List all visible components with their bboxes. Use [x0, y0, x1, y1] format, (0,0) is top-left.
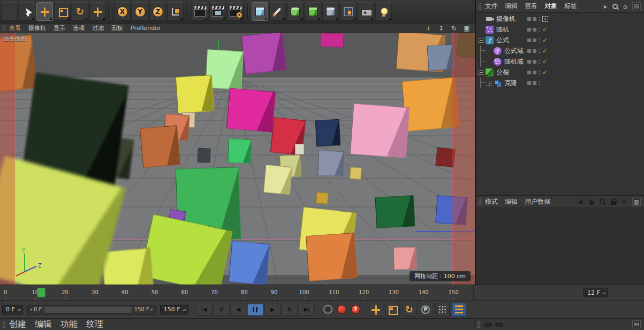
- rotate-view-icon[interactable]: ↻: [450, 25, 458, 32]
- viewport-cube[interactable]: [0, 35, 37, 92]
- object-name[interactable]: 随机域: [504, 57, 524, 66]
- coordinate-system-button[interactable]: [167, 2, 184, 21]
- history-back-icon[interactable]: ◀: [578, 198, 582, 205]
- move-quick-button[interactable]: [369, 303, 383, 317]
- record-keyframe-button[interactable]: [323, 305, 332, 314]
- generators-button[interactable]: [305, 2, 321, 21]
- drag-grip[interactable]: [477, 321, 481, 328]
- render-picture-viewer-button[interactable]: [209, 2, 226, 21]
- deformers-button[interactable]: [322, 2, 339, 21]
- render-settings-button[interactable]: [227, 2, 244, 21]
- viewport-cube[interactable]: [226, 88, 276, 132]
- autokeying-button[interactable]: [337, 305, 346, 314]
- attr-menu-用户数据[interactable]: 用户数据: [525, 197, 550, 206]
- editor-visibility-toggle[interactable]: [527, 39, 531, 42]
- editor-visibility-toggle[interactable]: [527, 60, 531, 64]
- object-name[interactable]: 克隆: [504, 79, 517, 88]
- render-visibility-toggle[interactable]: [533, 39, 536, 42]
- collapse-icon[interactable]: −: [479, 70, 483, 75]
- camera-tool-button[interactable]: [358, 2, 374, 21]
- editor-visibility-toggle[interactable]: [527, 81, 531, 85]
- viewport-cube[interactable]: [435, 147, 455, 167]
- viewport-cube[interactable]: [393, 247, 416, 270]
- coord-p-button[interactable]: P: [419, 303, 433, 317]
- end-frame-field[interactable]: 150 F ▴▾: [160, 305, 188, 314]
- viewport-cube[interactable]: [375, 195, 415, 228]
- timeline-ruler[interactable]: 0102030405060708090100110120130140150: [0, 285, 474, 301]
- object-name[interactable]: 随机: [496, 25, 509, 34]
- start-frame-field[interactable]: 0 F ▴▾: [2, 305, 23, 314]
- material-menu-纹理[interactable]: 纹理: [86, 319, 103, 330]
- material-menu-功能[interactable]: 功能: [60, 319, 78, 330]
- viewport-cube[interactable]: [306, 233, 358, 281]
- lock-icon[interactable]: [611, 198, 616, 205]
- drag-grip[interactable]: [478, 198, 482, 205]
- previous-frame-button[interactable]: ◀: [230, 304, 246, 316]
- search-icon[interactable]: [599, 198, 605, 205]
- viewport-cube[interactable]: [229, 241, 270, 285]
- render-visibility-toggle[interactable]: [533, 28, 536, 32]
- pan-view-icon[interactable]: +: [425, 25, 432, 32]
- rotate-quick-button[interactable]: [402, 303, 416, 317]
- lock-z-axis-button[interactable]: Z: [149, 2, 166, 21]
- visibility-dots[interactable]: [539, 28, 540, 32]
- om-menu-对象[interactable]: 对象: [544, 2, 557, 11]
- viewport-cube[interactable]: [197, 148, 210, 163]
- editor-visibility-toggle[interactable]: [527, 17, 531, 21]
- viewport-cube[interactable]: [427, 44, 455, 71]
- search-icon[interactable]: [612, 3, 618, 10]
- visibility-dots[interactable]: [539, 60, 540, 64]
- object-row-摄像机[interactable]: 摄像机: [476, 13, 644, 24]
- render-view-button[interactable]: [192, 2, 208, 21]
- next-frame-button[interactable]: ▶: [264, 304, 281, 316]
- snap-icon[interactable]: ⊕: [622, 198, 627, 205]
- goto-end-button[interactable]: ▶|: [299, 304, 315, 316]
- enabled-check-icon[interactable]: ✓: [542, 47, 548, 55]
- spinner-arrows-icon[interactable]: ▴▾: [18, 308, 21, 311]
- visibility-dots[interactable]: [539, 17, 540, 21]
- object-row-随机域[interactable]: 随机域✓: [476, 56, 644, 67]
- range-end-handle[interactable]: 150 F ▸: [132, 305, 155, 314]
- keyframe-options-button[interactable]: ?: [351, 305, 360, 314]
- subdivision-surface-button[interactable]: [287, 2, 304, 21]
- viewport-cube[interactable]: [228, 139, 252, 164]
- viewport-menu-ProRender[interactable]: ProRender: [131, 25, 161, 32]
- viewport-cube[interactable]: [140, 125, 180, 168]
- render-visibility-toggle[interactable]: [533, 71, 536, 74]
- range-start-handle[interactable]: ◂ 0 F: [28, 305, 44, 314]
- object-row-分裂[interactable]: −分裂✓: [476, 67, 644, 78]
- viewport-cube[interactable]: [241, 33, 286, 74]
- editor-visibility-toggle[interactable]: [527, 49, 531, 53]
- keyframe-grid-button[interactable]: [435, 303, 450, 317]
- om-menu-文件[interactable]: 文件: [485, 2, 498, 11]
- viewport-menu-摄像机[interactable]: 摄像机: [28, 24, 46, 32]
- visibility-dots[interactable]: [539, 49, 540, 53]
- expand-icon[interactable]: +: [487, 81, 491, 86]
- viewport-cube[interactable]: [101, 248, 154, 285]
- panel-icon[interactable]: ▦: [632, 198, 641, 206]
- object-row-克隆[interactable]: +克隆: [476, 78, 644, 88]
- timeline-toggle-button[interactable]: [452, 303, 466, 317]
- viewport-cube[interactable]: [435, 195, 467, 225]
- viewport-cube[interactable]: [315, 119, 341, 147]
- viewport-perspective[interactable]: 透视视图 Y Z 网格间距 : 100 cm: [0, 33, 475, 285]
- empty-slot-button[interactable]: [1, 2, 18, 21]
- material-menu-创建[interactable]: 创建: [9, 319, 26, 330]
- viewport-menu-选项[interactable]: 选项: [73, 24, 85, 32]
- range-track[interactable]: [44, 306, 132, 313]
- drag-grip[interactable]: [2, 25, 6, 30]
- play-forwards-button[interactable]: ↻: [282, 304, 298, 316]
- play-backwards-button[interactable]: ↺: [213, 304, 229, 316]
- light-tool-button[interactable]: [375, 2, 392, 21]
- render-visibility-toggle[interactable]: [533, 17, 536, 21]
- om-menu-编辑[interactable]: 编辑: [505, 2, 518, 11]
- mograph-array-button[interactable]: [340, 2, 357, 21]
- spinner-arrows-icon[interactable]: ▴▾: [183, 308, 186, 311]
- enabled-check-icon[interactable]: ✓: [542, 68, 548, 76]
- active-camera-icon[interactable]: [542, 16, 548, 22]
- object-name[interactable]: 公式: [496, 36, 509, 45]
- placeholder-button[interactable]: [495, 323, 503, 327]
- viewport-cube[interactable]: [317, 150, 345, 176]
- last-used-tool-button[interactable]: [89, 2, 106, 21]
- scale-quick-button[interactable]: [385, 303, 400, 317]
